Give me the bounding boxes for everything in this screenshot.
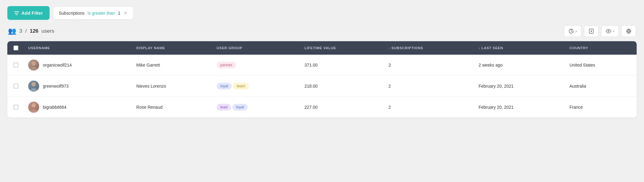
table-row[interactable]: bigrabbit664Rose Renaudleadloyal227.002F… [7,97,637,118]
stats-row: 👥 3 / 126 users ▾ ▾ [7,25,637,37]
row-checkbox-cell [7,97,23,118]
cell-display-name: Mike Garrett [131,55,212,76]
svg-point-2 [608,31,609,32]
cell-country: Australia [565,76,637,97]
columns-button[interactable]: ▾ [601,25,619,37]
col-user-group[interactable]: USER GROUP [212,41,300,55]
filter-field: Subscriptions [59,11,84,16]
filter-close-button[interactable]: × [123,11,127,16]
user-tag: loyal [217,83,232,89]
user-tag: lead [217,104,231,111]
select-all-checkbox[interactable] [13,46,18,50]
cell-country: France [565,97,637,118]
filter-value: 1 [118,11,121,16]
chevron-down-icon: ▾ [575,30,577,33]
cell-subscriptions: 2 [384,76,474,97]
users-table: USERNAME DISPLAY NAME USER GROUP LIFETIM… [7,41,637,118]
current-count: 3 [19,28,22,34]
cell-display-name: Rose Renaud [131,97,212,118]
globe-icon [626,28,631,34]
row-checkbox[interactable] [13,84,18,89]
sort-arrow-last-seen: ↓ [478,46,480,50]
export-button[interactable] [584,25,599,37]
col-last-seen[interactable]: ↓LAST SEEN [474,41,564,55]
filter-operator: is greater than [88,11,115,16]
cell-lifetime-value: 371.00 [300,55,384,76]
col-lifetime-value[interactable]: LIFETIME VALUE [300,41,384,55]
cell-username: organicwolf214 [23,55,131,76]
username-text: bigrabbit664 [43,105,66,110]
users-table-container: USERNAME DISPLAY NAME USER GROUP LIFETIM… [7,41,637,118]
separator: / [25,28,27,34]
chevron-down-icon-2: ▾ [613,30,614,33]
export-icon [589,28,594,34]
segmentation-button[interactable]: ▾ [564,25,582,37]
cell-country: United States [565,55,637,76]
cell-username: bigrabbit664 [23,97,131,118]
username-text: greenwolf973 [43,84,69,89]
eye-icon [606,28,611,34]
filter-icon [14,11,19,15]
col-checkbox [7,41,23,55]
table-row[interactable]: organicwolf214Mike Garrettpartner371.002… [7,55,637,76]
cell-last-seen: February 20, 2021 [474,97,564,118]
cell-lifetime-value: 218.00 [300,76,384,97]
users-icon: 👥 [8,27,16,35]
cell-last-seen: 2 weeks ago [474,55,564,76]
table-header-row: USERNAME DISPLAY NAME USER GROUP LIFETIM… [7,41,637,55]
col-subscriptions[interactable]: ↓SUBSCRIPTIONS [384,41,474,55]
globe-button[interactable] [621,25,636,37]
filter-pill: Subscriptions is greater than 1 × [53,7,133,19]
col-username[interactable]: USERNAME [23,41,131,55]
avatar [28,81,39,92]
avatar [28,102,39,113]
cell-last-seen: February 20, 2021 [474,76,564,97]
toolbar-right: ▾ ▾ [564,25,636,37]
row-checkbox-cell [7,55,23,76]
user-tag: team [233,83,249,89]
row-checkbox[interactable] [13,105,18,110]
row-checkbox[interactable] [13,63,18,67]
segmentation-icon [568,28,574,34]
cell-user-group: partner [212,55,300,76]
add-filter-label: Add Filter [21,10,43,16]
cell-subscriptions: 2 [384,55,474,76]
user-count: 👥 3 / 126 users [8,27,54,35]
username-text: organicwolf214 [43,63,72,67]
avatar [28,60,39,71]
add-filter-button[interactable]: Add Filter [7,6,50,20]
cell-display-name: Nieves Lorenzo [131,76,212,97]
cell-username: greenwolf973 [23,76,131,97]
row-checkbox-cell [7,76,23,97]
user-tag: partner [217,62,236,68]
total-count: 126 [30,28,38,34]
cell-lifetime-value: 227.00 [300,97,384,118]
sort-arrow-subscriptions: ↓ [388,46,390,50]
col-country[interactable]: COUNTRY [565,41,637,55]
top-bar: Add Filter Subscriptions is greater than… [7,6,637,20]
cell-user-group: loyalteam [212,76,300,97]
users-label: users [42,28,54,34]
cell-subscriptions: 2 [384,97,474,118]
col-display-name[interactable]: DISPLAY NAME [131,41,212,55]
cell-user-group: leadloyal [212,97,300,118]
table-row[interactable]: greenwolf973Nieves Lorenzoloyalteam218.0… [7,76,637,97]
user-tag: loyal [232,104,248,111]
